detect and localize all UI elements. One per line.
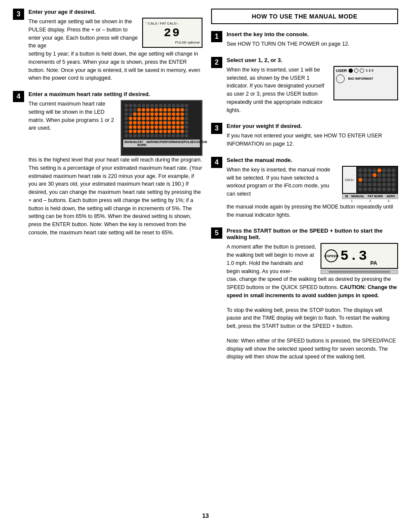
mm-dot — [363, 173, 367, 177]
led-dot — [185, 130, 188, 133]
led-dot-on — [159, 117, 162, 120]
led-dot-on — [129, 125, 132, 129]
mm-dot — [373, 183, 377, 187]
left-step-4-title: Enter a maximum heart rate setting if de… — [28, 91, 202, 97]
led-dot-on — [163, 117, 167, 120]
right-step-4-text-partial: When the key is inserted, the manual mod… — [227, 166, 338, 198]
led-row-3 — [125, 112, 199, 116]
led-dot-on — [133, 112, 137, 116]
led-matrix: MANUAL FAT BURN AEROBIC PERFORMANCE PULS… — [121, 100, 202, 156]
led-dot — [137, 134, 141, 137]
speed-circle: ⊙SPEED — [325, 249, 338, 262]
led-dot — [125, 104, 128, 107]
page-number: 13 — [13, 512, 398, 519]
heart-icon — [336, 75, 345, 83]
led-dot-on — [172, 121, 175, 124]
led-row-6 — [125, 125, 199, 129]
led-dot-on — [168, 121, 171, 124]
led-row-1 — [125, 104, 199, 107]
led-dot — [185, 104, 188, 107]
right-step-3-content: Enter your weight if desired. If you hav… — [227, 123, 398, 148]
led-label-manual: MANUAL — [125, 140, 137, 146]
right-step-4-title: Select the manual mode. — [227, 157, 398, 163]
led-dot-on — [181, 121, 184, 124]
led-dot-on — [142, 117, 145, 120]
manual-mode-display-image: CALS○ — [342, 166, 398, 203]
led-dot-on — [163, 112, 167, 116]
right-step-4-content: Select the manual mode. When the key is … — [227, 157, 398, 219]
speed-bar — [321, 270, 398, 274]
right-step-5-text-3: To stop the walking belt, press the STOP… — [227, 306, 398, 330]
led-dot-on — [159, 125, 162, 129]
led-dot — [125, 121, 128, 124]
left-step-4-body: The current maximum heart rate setting w… — [28, 100, 202, 156]
speed-label-box: ⊙SPEED — [325, 249, 338, 262]
right-step-4-text-cont: the manual mode again by pressing the MO… — [227, 203, 398, 219]
led-dot-on — [137, 117, 141, 120]
pulse-number: 29 — [164, 26, 181, 40]
led-dot — [155, 134, 158, 137]
led-dot-on — [133, 117, 137, 120]
mm-dot — [387, 183, 391, 187]
led-dot-on — [133, 130, 137, 133]
speed-pa: PA — [371, 260, 377, 266]
user-circle-2 — [354, 68, 358, 73]
mm-led-row-5 — [358, 187, 395, 191]
led-dot-on — [172, 130, 175, 133]
led-dot-on — [159, 130, 162, 133]
led-dot — [142, 134, 145, 137]
led-dot-on — [176, 125, 180, 129]
right-step-5-text-partial: A moment after the button is pressed, th… — [227, 243, 316, 275]
led-dot — [159, 134, 162, 137]
led-dot-on — [137, 112, 141, 116]
right-step-2-content: Select user 1, 2, or 3. When the key is … — [227, 57, 398, 115]
mm-led-row-4 — [358, 183, 395, 187]
mm-dot — [368, 183, 372, 187]
led-dot — [129, 134, 132, 137]
mm-dot — [382, 183, 386, 187]
led-dot-on — [146, 112, 149, 116]
mm-dot — [387, 173, 391, 177]
led-dot-on — [155, 130, 158, 133]
led-dot-on — [150, 130, 154, 133]
led-dot-on — [163, 130, 167, 133]
user-nums: 1 2 3 — [366, 68, 374, 72]
left-step-4-text-cont: this is the highest level that your hear… — [28, 156, 202, 237]
content-area: 3 Enter your age if desired. The current… — [13, 9, 398, 504]
mm-dot — [382, 168, 386, 172]
led-dot-on — [176, 108, 180, 112]
left-step-3-title: Enter your age if desired. — [28, 9, 202, 15]
led-dot — [150, 134, 154, 137]
led-dot-on — [146, 121, 149, 124]
right-step-4-number: 4 — [211, 157, 222, 168]
pulse-display: ♡CALS / FAT CALS○ 29 PULSE optional — [142, 18, 202, 48]
led-dot-on — [137, 108, 141, 112]
led-dot — [168, 104, 171, 107]
led-dot-on — [181, 130, 184, 133]
led-dot — [133, 108, 137, 112]
led-dot-on — [181, 108, 184, 112]
led-row-8 — [125, 134, 199, 137]
led-dot-on — [181, 112, 184, 116]
right-step-2-title: Select user 1, 2, or 3. — [227, 57, 398, 63]
led-dot-on — [168, 130, 171, 133]
led-dot — [172, 104, 175, 107]
right-step-5: 5 Press the START button or the SPEED + … — [211, 227, 398, 361]
mm-dot — [363, 183, 367, 187]
right-step-1: 1 Insert the key into the console. See H… — [211, 31, 398, 48]
manual-led-grid — [357, 167, 397, 193]
mm-dot — [363, 168, 367, 172]
right-column: HOW TO USE THE MANUAL MODE 1 Insert the … — [211, 9, 398, 504]
led-dot — [146, 104, 149, 107]
led-dot — [125, 125, 128, 129]
user-circle-1 — [349, 68, 353, 73]
led-dot-on — [181, 125, 184, 129]
led-dot — [163, 134, 167, 137]
led-dot — [185, 108, 188, 112]
led-label-perf: PERFORMANCE — [160, 140, 184, 146]
mm-dot — [392, 173, 395, 177]
mm-num-2: 2 — [369, 199, 371, 202]
mm-dot-on — [373, 173, 377, 177]
led-dot-on — [181, 117, 184, 120]
mm-dot — [382, 173, 386, 177]
